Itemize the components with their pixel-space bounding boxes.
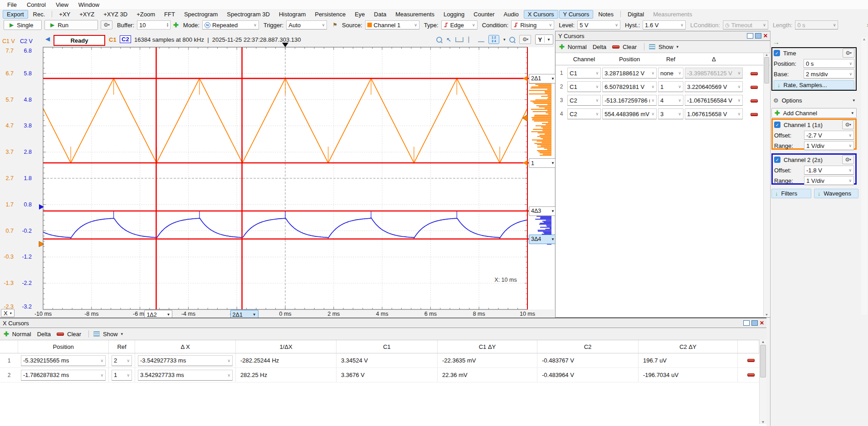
buffer-input[interactable]: 10▴▾ [137,20,171,29]
tab--zoom[interactable]: +Zoom [132,10,159,19]
channel1-offset-select[interactable]: -2.7 V∨ [804,131,854,140]
time-checkbox[interactable]: ✓ [774,50,780,56]
remove-cursor-button[interactable] [738,353,759,367]
time-position-select[interactable]: 0 s∨ [804,59,854,68]
delta-x-select[interactable]: 3.542927733 ms∨ [138,370,233,381]
expand-arrow-icon[interactable]: → [773,38,780,46]
sidebar-scrollbar[interactable]: ▲ [861,37,867,315]
clear-button[interactable]: Clear [67,331,81,338]
x-panel-scrollbar[interactable]: ▲▼ [759,340,766,424]
delta-value[interactable]: 3.220640569 V∨ [685,81,743,92]
mode-select[interactable]: NRepeated∨ [202,20,259,29]
close-icon[interactable]: ✕ [763,34,768,38]
delta-value[interactable]: 1.067615658 V∨ [685,108,743,119]
tab-fft[interactable]: FFT [160,10,179,19]
filters-button[interactable]: ↓Filters [771,189,811,198]
position-select[interactable]: -5.329215565 ms∨ [21,355,106,366]
position-select[interactable]: -1.786287832 ms∨ [21,370,106,381]
tab-eye[interactable]: Eye [351,10,369,19]
tab-persistence[interactable]: Persistence [311,10,350,19]
close-icon[interactable]: ✕ [760,321,764,325]
run-button[interactable]: ▶Run [44,20,98,30]
normal-button[interactable]: Normal [568,44,587,50]
position-select[interactable]: 3.287188612 V∨ [602,68,657,78]
buffer-gear-button[interactable]: ⚙▾ [101,20,112,29]
tab--xy[interactable]: +XY [55,10,74,19]
tab-counter[interactable]: Counter [469,10,498,19]
length-select[interactable]: 0 s∨ [795,20,838,29]
remove-cursor-button[interactable] [744,83,764,90]
level-select[interactable]: 5 V∨ [577,20,620,29]
remove-cursor-button[interactable] [744,111,764,118]
remove-cursor-button[interactable] [738,368,759,382]
tab-x-cursors[interactable]: X Cursors [524,10,558,19]
channel1-checkbox[interactable]: ✓ [774,122,780,128]
trigger-position-marker[interactable] [282,43,288,47]
tab-rec-[interactable]: Rec. [29,10,49,19]
ref-select[interactable]: 2∨ [112,355,132,366]
channel-select[interactable]: C2∨ [567,108,601,119]
source-select[interactable]: Channel 1∨ [365,20,419,29]
time-base-select[interactable]: 2 ms/div∨ [804,69,854,78]
options-row[interactable]: ⚙Options▾ [771,95,857,105]
trigger-select[interactable]: Auto∨ [286,20,327,29]
normal-button[interactable]: Normal [12,331,31,338]
channel2-offset-select[interactable]: -1.8 V∨ [804,166,854,175]
ref-select[interactable]: none∨ [658,68,683,78]
menu-window[interactable]: Window [74,1,104,9]
single-button[interactable]: ▶Single [4,20,42,30]
hyst-select[interactable]: 1.6 V∨ [643,20,686,29]
tab--xyz[interactable]: +XYZ [75,10,98,19]
y-cursor-dropdown-3Δ4[interactable]: 3Δ4▼ [529,235,557,244]
tab-export[interactable]: Export [3,10,28,19]
channel1-gear-button[interactable]: ⚙▾ [842,120,854,129]
tab-y-cursors[interactable]: Y Cursors [559,10,594,19]
ref-select[interactable]: 1∨ [112,370,132,381]
ref-select[interactable]: 1∨ [658,81,683,92]
delta-button[interactable]: Delta [593,44,606,50]
show-button[interactable]: Show [103,331,118,338]
add-channel-button[interactable]: ✚Add Channel▾ [771,108,857,118]
channel-select[interactable]: C1∨ [567,81,601,92]
clear-button[interactable]: Clear [623,44,637,50]
tab-measurements[interactable]: Measurements [649,10,696,19]
maximize-icon[interactable] [755,33,761,39]
tab-spectrogram-3d[interactable]: Spectrogram 3D [223,10,274,19]
tab-measurements[interactable]: Measurements [391,10,439,19]
time-gear-button[interactable]: ⚙▾ [843,49,854,58]
tab-notes[interactable]: Notes [594,10,618,19]
lcondition-select[interactable]: ◷Timeout∨ [723,20,768,29]
waveform-plot[interactable]: 7.76.75.74.73.72.71.70.7-0.3-1.3-2.36.85… [0,31,555,318]
tab-digital[interactable]: Digital [624,10,648,19]
y-panel-scrollbar[interactable]: ▲▼ [763,53,770,316]
undock-icon[interactable] [743,320,750,326]
position-select[interactable]: 554.4483986 mV∨ [602,108,657,119]
menu-view[interactable]: View [51,1,73,9]
tab-data[interactable]: Data [370,10,390,19]
y-cursor-dropdown-2Δ1[interactable]: 2Δ1▼ [529,74,557,83]
ref-select[interactable]: 4∨ [658,95,683,106]
tab-histogram[interactable]: Histogram [275,10,310,19]
menu-file[interactable]: File [3,1,21,9]
type-select[interactable]: Edge∨ [441,20,478,29]
rate-samples-button[interactable]: ↓Rate, Samples... [774,80,854,90]
delta-value[interactable]: -3.3985765125 V∨ [685,68,743,78]
undock-icon[interactable] [747,33,753,39]
maximize-icon[interactable] [751,320,758,326]
channel1-range-select[interactable]: 1 V/div∨ [804,141,854,150]
ref-select[interactable]: 3∨ [658,108,683,119]
y-cursor-dropdown-4Δ3[interactable]: 4Δ3▼ [529,206,557,216]
tab-audio[interactable]: Audio [500,10,523,19]
x-axis-dropdown[interactable]: X▾ [1,309,15,317]
remove-cursor-button[interactable] [744,70,764,77]
channel-select[interactable]: C1∨ [567,68,601,78]
menu-control[interactable]: Control [22,1,50,9]
delta-x-select[interactable]: -3.542927733 ms∨ [138,355,233,366]
remove-cursor-button[interactable] [744,97,764,104]
tab-logging[interactable]: Logging [439,10,468,19]
position-select[interactable]: 6.507829181 V∨ [602,81,657,92]
channel2-gear-button[interactable]: ⚙▾ [842,155,854,164]
position-select[interactable]: -513.167259786 m∨ [602,95,657,106]
tab--xyz-3d[interactable]: +XYZ 3D [99,10,132,19]
channel-select[interactable]: C2∨ [567,95,601,106]
